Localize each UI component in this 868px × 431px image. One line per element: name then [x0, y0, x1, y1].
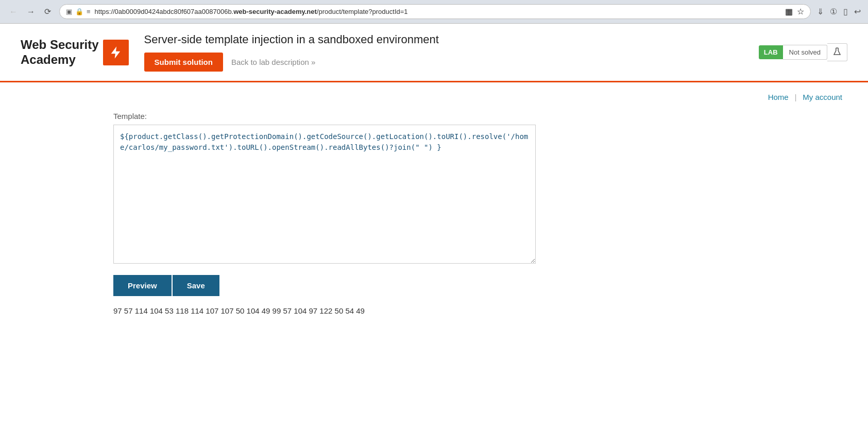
logo-container: Web Security Academy [21, 38, 129, 67]
form-buttons: Preview Save [113, 275, 536, 296]
template-textarea[interactable] [113, 125, 536, 264]
flask-button[interactable] [827, 43, 847, 61]
my-account-link[interactable]: My account [803, 93, 842, 101]
logo-text: Web Security Academy [21, 38, 99, 67]
address-bar-container: ▣ 🔒 ≡ https://0ab0009d0424abdc80f607aa00… [59, 4, 811, 19]
back-button[interactable]: ← [6, 5, 21, 19]
logo-line1: Web Security [21, 38, 99, 53]
nav-divider: | [795, 93, 797, 101]
back-to-lab-link[interactable]: Back to lab description » [231, 58, 315, 66]
page-header: Web Security Academy Server-side templat… [0, 24, 868, 81]
security-icons: ▣ 🔒 ≡ [66, 8, 91, 15]
download-icon[interactable]: ⇓ [816, 6, 825, 18]
browser-right-icons: ⇓ ① ▯ ↩ [816, 6, 862, 18]
nav-links: Home | My account [21, 93, 847, 101]
lightning-icon [109, 45, 123, 60]
forward-button[interactable]: → [24, 5, 38, 19]
save-button[interactable]: Save [173, 275, 219, 296]
template-form: Template: Preview Save 97 57 114 104 53 … [113, 112, 536, 315]
preview-button[interactable]: Preview [113, 275, 172, 296]
extensions-icon[interactable]: ▯ [842, 6, 849, 18]
url-path: /product/template?productId=1 [317, 8, 408, 15]
settings-icon: ≡ [87, 8, 91, 15]
browser-chrome: ← → ⟳ ▣ 🔒 ≡ https://0ab0009d0424abdc80f6… [0, 0, 868, 24]
info-icon[interactable]: ① [829, 6, 838, 18]
nav-buttons: ← → ⟳ [6, 5, 54, 19]
header-actions: Submit solution Back to lab description … [144, 53, 743, 72]
reload-button[interactable]: ⟳ [41, 5, 54, 19]
lock-icon: 🔒 [75, 8, 83, 15]
home-link[interactable]: Home [768, 93, 789, 101]
logo-line2: Academy [21, 53, 99, 67]
main-content: Home | My account Template: Preview Save… [0, 82, 868, 336]
star-icon[interactable]: ☆ [797, 7, 804, 16]
submit-solution-button[interactable]: Submit solution [144, 53, 223, 72]
logo-icon [103, 40, 129, 65]
template-label: Template: [113, 112, 536, 120]
shield-icon: ▣ [66, 8, 72, 15]
lab-title: Server-side template injection in a sand… [144, 33, 743, 46]
profile-icon[interactable]: ↩ [853, 6, 862, 18]
flask-icon [832, 47, 842, 56]
url-prefix: https://0ab0009d0424abdc80f607aa0087006b… [95, 8, 234, 15]
url-domain: web-security-academy.net [233, 8, 317, 15]
output-numbers: 97 57 114 104 53 118 114 107 107 50 104 … [113, 306, 536, 315]
lab-badge: LAB [759, 45, 783, 59]
lab-status: Not solved [783, 45, 827, 60]
header-center: Server-side template injection in a sand… [144, 33, 743, 72]
address-url[interactable]: https://0ab0009d0424abdc80f607aa0087006b… [95, 8, 781, 15]
qr-icon[interactable]: ▦ [785, 7, 793, 16]
lab-badge-container: LAB Not solved [759, 43, 847, 61]
